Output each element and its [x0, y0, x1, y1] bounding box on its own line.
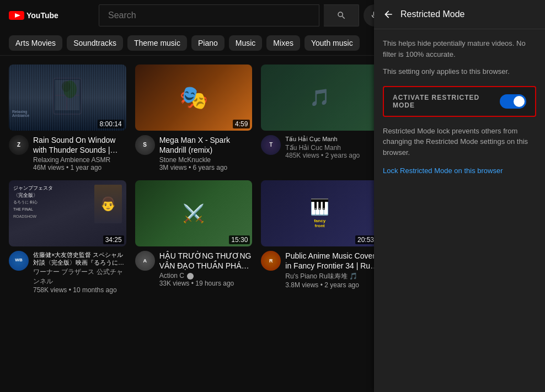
thumb-emoji: 🎵	[309, 88, 330, 107]
category-soundtracks[interactable]: Soundtracks	[67, 35, 123, 51]
video-channel: Relaxing Ambience ASMR	[33, 156, 126, 164]
svg-rect-6	[55, 95, 79, 96]
activate-restricted-mode-section: ACTIVATE RESTRICTED MODE	[383, 86, 536, 117]
roadshow-label: ROADSHOW	[13, 214, 36, 218]
back-arrow-icon	[383, 9, 394, 20]
panel-title: Restricted Mode	[400, 9, 465, 19]
category-piano[interactable]: Piano	[191, 35, 225, 51]
svg-point-7	[63, 80, 77, 98]
thumb-portrait: 👨	[94, 185, 122, 223]
category-mixes[interactable]: Mixes	[266, 35, 300, 51]
video-channel: Ru's Piano Ru味寿堆 🎵	[285, 272, 378, 281]
video-stats: 3.8M views • 2 years ago	[285, 281, 378, 289]
thumb-emoji: 🎭	[179, 84, 208, 111]
video-title: Public Anime Music Cover in Fancy Fronti…	[285, 251, 378, 271]
video-card[interactable]: ジャンプフェスタ〈完全版〉るろうに 剣心THE FINAL ROADSHOW 👨…	[9, 180, 126, 294]
search-icon	[336, 10, 346, 20]
video-meta: Public Anime Music Cover in Fancy Fronti…	[285, 251, 378, 289]
svg-rect-5	[66, 80, 67, 110]
video-thumbnail: ジャンプフェスタ〈完全版〉るろうに 剣心THE FINAL ROADSHOW 👨…	[9, 180, 126, 246]
video-card[interactable]: 🎹 fancyfront 20:53 R Public Anime Music …	[261, 180, 378, 294]
thumb-content	[9, 65, 126, 131]
activate-label: ACTIVATE RESTRICTED MODE	[393, 94, 500, 109]
search-button[interactable]	[324, 4, 359, 26]
video-info: WB 佐藤健×大友啓史監督 スペシャル対談〈完全版〉映画『るろうに剣最終... …	[9, 251, 126, 294]
video-meta: Rain Sound On Window with Thunder Sounds…	[33, 135, 126, 171]
category-arts-movies[interactable]: Arts Movies	[9, 35, 62, 51]
panel-lock-desc: Restricted Mode lock prevents others fro…	[383, 126, 536, 158]
video-card[interactable]: 🎵 T Tấu Hải Cục Manh Tấu Hải Cuc Manh 48…	[261, 65, 378, 171]
restricted-mode-panel: Restricted Mode This helps hide potentia…	[374, 0, 545, 392]
svg-rect-4	[55, 80, 79, 110]
toggle-track	[500, 94, 526, 109]
channel-avatar: Z	[9, 135, 29, 155]
video-thumbnail: ⚔️ 15:30	[135, 180, 253, 246]
video-channel: ワーナー ブラザース 公式チャンネル	[33, 267, 126, 286]
thumb-text: ジャンプフェスタ〈完全版〉るろうに 剣心THE FINAL	[13, 185, 53, 212]
video-meta: Mega Man X - Spark Mandrill (remix) Ston…	[159, 135, 253, 171]
video-meta: Tấu Hải Cục Manh Tấu Hải Cuc Manh 485K v…	[285, 135, 378, 159]
thumb-text: 🎹 fancyfront	[310, 198, 329, 228]
video-info: T Tấu Hải Cục Manh Tấu Hải Cuc Manh 485K…	[261, 135, 378, 159]
video-channel: Stone McKnuckle	[159, 156, 253, 164]
video-duration: 15:30	[229, 235, 250, 244]
video-info: S Mega Man X - Spark Mandrill (remix) St…	[135, 135, 253, 171]
thumb-content: 🎵	[261, 65, 378, 131]
panel-desc1: This helps hide potentially mature video…	[383, 38, 536, 60]
svg-rect-3	[54, 78, 81, 114]
video-thumbnail: RelaxingAmbiance 8:00:14	[9, 65, 126, 131]
video-stats: 485K views • 2 years ago	[285, 152, 378, 159]
video-info: Z Rain Sound On Window with Thunder Soun…	[9, 135, 126, 171]
video-meta: 佐藤健×大友啓史監督 スペシャル対談〈完全版〉映画『るろうに剣最終... ワーナ…	[33, 251, 126, 294]
video-channel: Tấu Hải Cuc Manh	[285, 144, 378, 152]
verified-badge	[187, 273, 194, 280]
video-title: 佐藤健×大友啓史監督 スペシャル対談〈完全版〉映画『るろうに剣最終...	[33, 251, 126, 267]
header-left: YouTube	[9, 10, 58, 21]
panel-header: Restricted Mode	[374, 0, 545, 29]
lock-restricted-mode-link[interactable]: Lock Restricted Mode on this browser	[383, 167, 536, 175]
main-content: RelaxingAmbiance 8:00:14 Z Rain Sound On…	[0, 56, 545, 388]
video-stats: 3M views • 6 years ago	[159, 164, 253, 171]
video-duration: 34:25	[103, 235, 124, 244]
video-thumbnail: 🎹 fancyfront 20:53	[261, 180, 378, 246]
channel-avatar: T	[261, 135, 281, 155]
category-theme-music[interactable]: Theme music	[127, 35, 187, 51]
channel-avatar: WB	[9, 251, 29, 271]
video-info: A HẬU TRƯỜNG THƯƠNG VÂN ĐẠO THUẦN PHÁP |…	[135, 251, 253, 287]
video-duration: 20:53	[355, 235, 376, 244]
panel-back-button[interactable]	[383, 9, 394, 20]
video-stats: 758K views • 10 months ago	[33, 286, 126, 294]
video-stats: 46M views • 1 year ago	[33, 164, 126, 171]
video-thumbnail: 🎭 4:59	[135, 65, 253, 131]
relaxing-label: RelaxingAmbiance	[12, 110, 29, 117]
video-stats: 33K views • 19 hours ago	[159, 280, 253, 287]
video-info: R Public Anime Music Cover in Fancy Fron…	[261, 251, 378, 289]
svg-point-8	[62, 81, 71, 92]
panel-desc2: This setting only applies to this browse…	[383, 66, 536, 77]
header-center	[66, 4, 419, 26]
category-youth-music[interactable]: Youth music	[304, 35, 360, 51]
category-music[interactable]: Music	[229, 35, 263, 51]
video-grid: RelaxingAmbiance 8:00:14 Z Rain Sound On…	[9, 65, 378, 294]
panel-body: This helps hide potentially mature video…	[374, 29, 545, 192]
youtube-logo: YouTube	[9, 10, 58, 21]
search-bar	[99, 4, 319, 26]
restricted-mode-toggle[interactable]	[500, 94, 526, 109]
video-channel: Action C	[159, 272, 253, 280]
channel-avatar: S	[135, 135, 155, 155]
video-title: Rain Sound On Window with Thunder Sounds…	[33, 135, 126, 155]
video-card[interactable]: ⚔️ 15:30 A HẬU TRƯỜNG THƯƠNG VÂN ĐẠO THU…	[135, 180, 253, 294]
toggle-thumb	[514, 96, 525, 107]
video-card[interactable]: RelaxingAmbiance 8:00:14 Z Rain Sound On…	[9, 65, 126, 171]
video-title: HẬU TRƯỜNG THƯƠNG VÂN ĐẠO THUẦN PHÁP | B…	[159, 251, 253, 271]
video-duration: 4:59	[233, 120, 250, 128]
window-svg	[51, 76, 84, 120]
video-duration: 8:00:14	[98, 120, 124, 128]
search-input[interactable]	[99, 10, 319, 20]
channel-avatar: R	[261, 251, 281, 271]
thumb-emoji: ⚔️	[183, 203, 205, 224]
video-title: Mega Man X - Spark Mandrill (remix)	[159, 135, 253, 155]
svg-text:YouTube: YouTube	[26, 11, 58, 20]
video-title: Tấu Hải Cục Manh	[285, 135, 378, 143]
video-card[interactable]: 🎭 4:59 S Mega Man X - Spark Mandrill (re…	[135, 65, 253, 171]
